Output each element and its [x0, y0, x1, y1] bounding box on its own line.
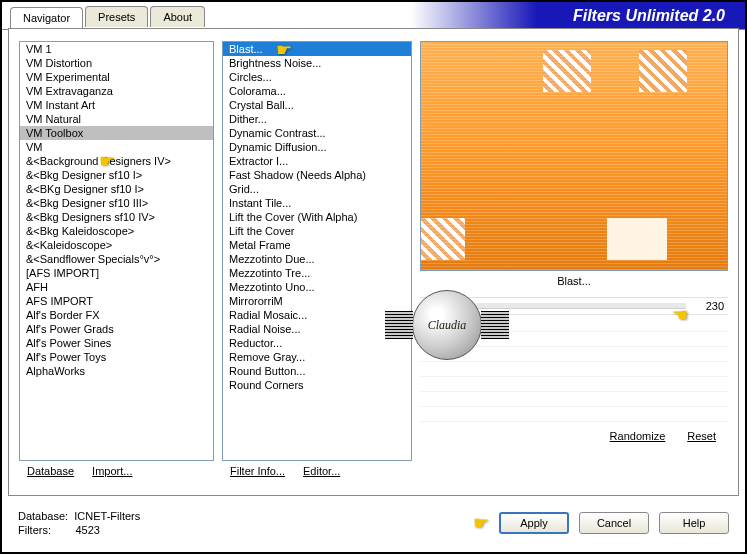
- import-link[interactable]: Import...: [92, 465, 132, 477]
- tabs: Navigator Presets About: [10, 6, 207, 27]
- filter-pane: Blast...Brightness Noise...Circles...Col…: [222, 41, 412, 489]
- list-item[interactable]: Extractor I...: [223, 154, 411, 168]
- filter-links: Filter Info... Editor...: [222, 465, 412, 477]
- content-panel: VM 1VM DistortionVM ExperimentalVM Extra…: [8, 28, 739, 496]
- preview-image: [420, 41, 728, 271]
- list-item[interactable]: VM Natural: [20, 112, 213, 126]
- list-item[interactable]: Radial Mosaic...: [223, 308, 411, 322]
- list-item[interactable]: Lift the Cover (With Alpha): [223, 210, 411, 224]
- cursor-icon: [473, 512, 489, 534]
- list-item[interactable]: Lift the Cover: [223, 224, 411, 238]
- list-item[interactable]: &<Kaleidoscope>: [20, 238, 213, 252]
- list-item[interactable]: Mezzotinto Uno...: [223, 280, 411, 294]
- list-item[interactable]: VM 1: [20, 42, 213, 56]
- list-item[interactable]: Brightness Noise...: [223, 56, 411, 70]
- list-item[interactable]: Alf's Power Grads: [20, 322, 213, 336]
- list-item[interactable]: Dither...: [223, 112, 411, 126]
- help-button[interactable]: Help: [659, 512, 729, 534]
- list-item[interactable]: VM Instant Art: [20, 98, 213, 112]
- list-item[interactable]: Remove Gray...: [223, 350, 411, 364]
- category-pane: VM 1VM DistortionVM ExperimentalVM Extra…: [19, 41, 214, 489]
- list-item[interactable]: MirrororriM: [223, 294, 411, 308]
- app-title: Filters Unlimited 2.0: [573, 7, 725, 25]
- list-item[interactable]: Crystal Ball...: [223, 98, 411, 112]
- footer: Database: ICNET-Filters Filters: 4523 Ap…: [8, 500, 739, 546]
- list-item[interactable]: Circles...: [223, 70, 411, 84]
- footer-buttons: Apply Cancel Help: [473, 512, 729, 534]
- cursor-icon: [276, 39, 292, 61]
- filter-list[interactable]: Blast...Brightness Noise...Circles...Col…: [222, 41, 412, 461]
- list-item[interactable]: &<Bkg Designer sf10 I>: [20, 168, 213, 182]
- preview-links: Randomize Reset: [420, 430, 728, 442]
- preview-caption: Blast...: [420, 275, 728, 287]
- watermark-badge: Claudia: [412, 290, 482, 360]
- list-item[interactable]: Reductor...: [223, 336, 411, 350]
- list-item[interactable]: Blast...: [223, 42, 411, 56]
- list-item[interactable]: Alf's Power Toys: [20, 350, 213, 364]
- list-item[interactable]: Colorama...: [223, 84, 411, 98]
- list-item[interactable]: Grid...: [223, 182, 411, 196]
- list-item[interactable]: Dynamic Diffusion...: [223, 140, 411, 154]
- list-item[interactable]: Round Corners: [223, 378, 411, 392]
- list-item[interactable]: Round Button...: [223, 364, 411, 378]
- list-item[interactable]: &<BKg Designer sf10 I>: [20, 182, 213, 196]
- list-item[interactable]: &<Bkg Kaleidoscope>: [20, 224, 213, 238]
- list-item[interactable]: [AFS IMPORT]: [20, 266, 213, 280]
- list-item[interactable]: Dynamic Contrast...: [223, 126, 411, 140]
- list-item[interactable]: AFS IMPORT: [20, 294, 213, 308]
- reset-link[interactable]: Reset: [687, 430, 716, 442]
- list-item[interactable]: Instant Tile...: [223, 196, 411, 210]
- apply-button[interactable]: Apply: [499, 512, 569, 534]
- randomize-link[interactable]: Randomize: [610, 430, 666, 442]
- strength-slider[interactable]: [474, 303, 686, 309]
- list-item[interactable]: Mezzotinto Due...: [223, 252, 411, 266]
- cancel-button[interactable]: Cancel: [579, 512, 649, 534]
- list-item[interactable]: Metal Frame: [223, 238, 411, 252]
- list-item[interactable]: VM Experimental: [20, 70, 213, 84]
- list-item[interactable]: VM Distortion: [20, 56, 213, 70]
- preview-pane: Blast... Strength 230 Randomize Reset: [420, 41, 728, 489]
- category-links: Database Import...: [19, 465, 214, 477]
- list-item[interactable]: Fast Shadow (Needs Alpha): [223, 168, 411, 182]
- param-value: 230: [694, 300, 724, 312]
- category-list[interactable]: VM 1VM DistortionVM ExperimentalVM Extra…: [19, 41, 214, 461]
- list-item[interactable]: &<Bkg Designers sf10 IV>: [20, 210, 213, 224]
- list-item[interactable]: VM: [20, 140, 213, 154]
- list-item[interactable]: &<Background Designers IV>: [20, 154, 213, 168]
- footer-info: Database: ICNET-Filters Filters: 4523: [18, 509, 140, 537]
- list-item[interactable]: VM Extravaganza: [20, 84, 213, 98]
- list-item[interactable]: AFH: [20, 280, 213, 294]
- list-item[interactable]: Alf's Power Sines: [20, 336, 213, 350]
- cursor-icon: [672, 304, 688, 326]
- tab-navigator[interactable]: Navigator: [10, 7, 83, 28]
- filter-info-link[interactable]: Filter Info...: [230, 465, 285, 477]
- list-item[interactable]: VM Toolbox: [20, 126, 213, 140]
- editor-link[interactable]: Editor...: [303, 465, 340, 477]
- tab-about[interactable]: About: [150, 6, 205, 27]
- list-item[interactable]: Mezzotinto Tre...: [223, 266, 411, 280]
- tab-presets[interactable]: Presets: [85, 6, 148, 27]
- list-item[interactable]: &<Bkg Designer sf10 III>: [20, 196, 213, 210]
- list-item[interactable]: Alf's Border FX: [20, 308, 213, 322]
- list-item[interactable]: &<Sandflower Specials°v°>: [20, 252, 213, 266]
- list-item[interactable]: Radial Noise...: [223, 322, 411, 336]
- database-link[interactable]: Database: [27, 465, 74, 477]
- cursor-icon: [99, 150, 115, 172]
- list-item[interactable]: AlphaWorks: [20, 364, 213, 378]
